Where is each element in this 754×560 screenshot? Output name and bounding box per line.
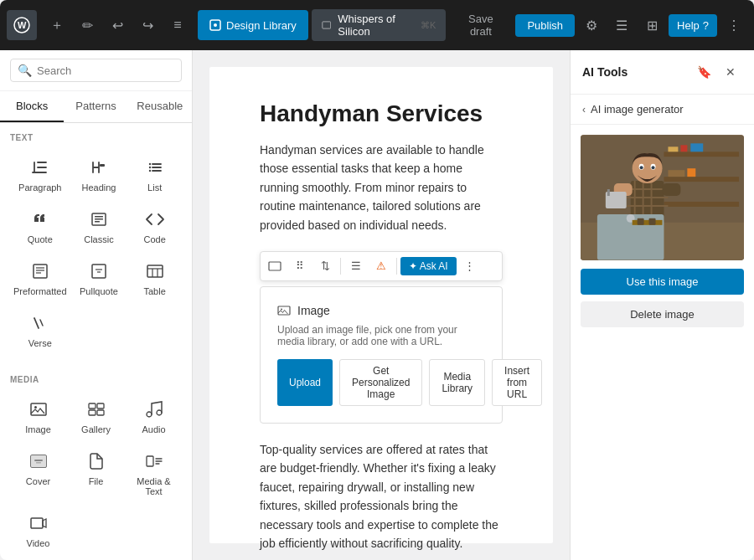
design-library-button[interactable]: Design Library: [198, 10, 308, 40]
gallery-label: Gallery: [81, 424, 111, 434]
block-verse[interactable]: Verse: [10, 305, 70, 355]
svg-rect-78: [649, 218, 656, 225]
svg-rect-77: [638, 218, 644, 225]
svg-rect-72: [607, 189, 610, 196]
svg-point-33: [147, 412, 152, 417]
ai-panel-header-actions: 🔖 ✕: [692, 60, 742, 84]
publish-button[interactable]: Publish: [515, 14, 575, 37]
search-input[interactable]: [37, 64, 174, 77]
align-button[interactable]: ☰: [344, 254, 368, 278]
svg-rect-51: [664, 202, 739, 207]
tab-reusable[interactable]: Reusable: [128, 91, 192, 122]
block-table[interactable]: Table: [127, 253, 182, 303]
bookmark-button[interactable]: 🔖: [692, 60, 715, 84]
quote-label: Quote: [28, 234, 53, 244]
more-block-options[interactable]: ⋮: [458, 254, 482, 278]
block-pullquote[interactable]: Pullquote: [72, 253, 127, 303]
svg-rect-53: [680, 145, 687, 152]
media-library-button[interactable]: Media Library: [429, 359, 485, 406]
table-icon: [140, 259, 170, 283]
block-gallery[interactable]: Gallery: [68, 391, 124, 441]
preformatted-label: Preformatted: [13, 286, 67, 296]
image-align-button[interactable]: [263, 254, 287, 278]
block-audio[interactable]: Audio: [126, 391, 182, 441]
svg-rect-14: [95, 218, 103, 220]
delete-image-button[interactable]: Delete image: [581, 301, 744, 327]
ai-image-generator-nav[interactable]: ‹ AI image generator: [571, 95, 754, 125]
layout-button[interactable]: ⊞: [638, 12, 665, 39]
wp-logo-button[interactable]: W: [7, 10, 37, 40]
text-blocks-grid: Paragraph Heading List: [10, 149, 182, 355]
svg-rect-43: [31, 518, 43, 528]
warning-button[interactable]: ⚠: [369, 254, 393, 278]
list-label: List: [147, 182, 162, 193]
get-personalized-image-button[interactable]: Get Personalized Image: [339, 359, 422, 406]
help-button[interactable]: Help ?: [669, 14, 717, 37]
block-media-text[interactable]: Media & Text: [126, 443, 182, 503]
block-toolbar: ⠿ ⇅ ☰ ⚠ ✦ Ask AI ⋮: [260, 251, 503, 281]
ai-panel: AI Tools 🔖 ✕ ‹ AI image generator: [570, 50, 754, 560]
block-list[interactable]: List: [127, 149, 182, 199]
edit-button[interactable]: ✏: [74, 12, 101, 39]
heading-label: Heading: [81, 182, 116, 193]
heading-icon: [84, 156, 114, 179]
search-box[interactable]: 🔍: [10, 59, 182, 82]
svg-rect-30: [97, 403, 104, 408]
preformatted-icon: [25, 259, 55, 283]
block-quote[interactable]: Quote: [10, 201, 70, 251]
block-heading[interactable]: Heading: [72, 149, 127, 199]
block-paragraph[interactable]: Paragraph: [10, 149, 70, 199]
file-label: File: [89, 476, 104, 486]
undo-button[interactable]: ↩: [104, 12, 131, 39]
page-title-selector[interactable]: Whispers of Silicon ⌘K: [312, 9, 447, 41]
tools-button[interactable]: ≡: [164, 12, 191, 39]
block-image[interactable]: Image: [10, 391, 66, 441]
svg-rect-49: [664, 152, 739, 157]
tab-patterns[interactable]: Patterns: [64, 91, 127, 122]
paragraph-2[interactable]: Top-quality services are offered at rate…: [260, 440, 503, 552]
redo-button[interactable]: ↪: [134, 12, 161, 39]
editor-area: Handyman Services Handyman services are …: [193, 50, 570, 560]
ai-image-generator-label: AI image generator: [591, 103, 684, 116]
block-code[interactable]: Code: [127, 201, 182, 251]
table-label: Table: [144, 286, 166, 296]
use-this-image-button[interactable]: Use this image: [581, 269, 744, 295]
svg-rect-37: [34, 460, 43, 461]
close-ai-panel-button[interactable]: ✕: [719, 60, 742, 84]
block-video[interactable]: Video: [10, 505, 66, 555]
pullquote-label: Pullquote: [80, 286, 118, 296]
sidebar-search-area: 🔍: [0, 50, 192, 91]
post-title[interactable]: Handyman Services: [260, 100, 503, 127]
save-draft-button[interactable]: Save draft: [452, 9, 509, 41]
svg-point-68: [652, 166, 655, 169]
classic-label: Classic: [84, 234, 113, 244]
svg-point-10: [148, 167, 150, 168]
svg-point-34: [157, 410, 162, 415]
video-icon: [23, 511, 54, 535]
ask-ai-button[interactable]: ✦ Ask AI: [400, 257, 457, 275]
text-section: TEXT Paragraph Heading: [0, 123, 192, 365]
svg-rect-4: [323, 22, 331, 28]
code-icon: [140, 208, 170, 231]
image-icon: [277, 304, 291, 317]
add-block-button[interactable]: ＋: [44, 12, 70, 39]
block-arrows-button[interactable]: ⇅: [313, 254, 337, 278]
upload-button[interactable]: Upload: [277, 359, 333, 406]
media-blocks-grid: Image Gallery Audio: [10, 391, 182, 555]
paragraph-1[interactable]: Handyman services are available to handl…: [260, 141, 503, 234]
svg-rect-55: [668, 170, 684, 177]
insert-from-url-button[interactable]: Insert from URL: [492, 359, 542, 406]
block-cover[interactable]: Cover: [10, 443, 66, 503]
tab-blocks[interactable]: Blocks: [0, 91, 64, 122]
block-preformatted[interactable]: Preformatted: [10, 253, 70, 303]
more-options-button[interactable]: ⋮: [720, 12, 747, 39]
block-classic[interactable]: Classic: [72, 201, 127, 251]
pullquote-icon: [84, 259, 114, 283]
svg-rect-52: [668, 146, 678, 152]
block-move-button[interactable]: ⠿: [288, 254, 312, 278]
svg-point-28: [34, 406, 37, 408]
blocks-sidebar: 🔍 Blocks Patterns Reusable TEXT Paragrap…: [0, 50, 193, 560]
view-button[interactable]: ☰: [608, 12, 635, 39]
block-file[interactable]: File: [68, 443, 124, 503]
settings-button[interactable]: ⚙: [578, 12, 605, 39]
